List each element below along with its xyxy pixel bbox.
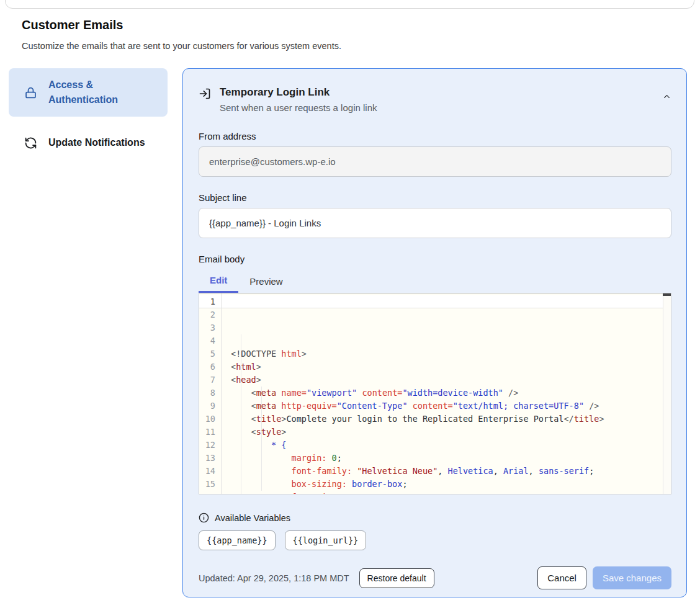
line-number: 4 <box>199 334 221 347</box>
line-number: 9 <box>199 400 221 413</box>
variable-chips: {{app_name}} {{login_url}} <box>199 530 671 550</box>
line-number: 7 <box>199 373 221 387</box>
sidebar-item-access-authentication[interactable]: Access & Authentication <box>9 68 168 117</box>
line-number: 11 <box>199 426 221 439</box>
save-changes-button[interactable]: Save changes <box>593 566 671 589</box>
line-number: 2 <box>199 308 221 321</box>
line-number: 13 <box>199 452 221 465</box>
email-types-sidebar: Access & Authentication Update Notificat… <box>9 68 168 158</box>
code-line: <meta name="viewport" content="width=dev… <box>231 387 663 400</box>
chevron-up-icon[interactable] <box>662 92 671 115</box>
code-line: font-size: 14px; <box>231 491 663 494</box>
line-number: 6 <box>199 360 221 373</box>
line-number: 15 <box>199 478 221 491</box>
editor-scrollbar-track[interactable] <box>663 293 671 494</box>
code-line: <!DOCTYPE html> <box>231 347 663 360</box>
variable-chip-login-url[interactable]: {{login_url}} <box>285 530 367 550</box>
email-body-tabs: Edit Preview <box>199 269 671 293</box>
code-line: <title>Complete your login to the Replic… <box>231 413 663 426</box>
line-number: 10 <box>199 413 221 426</box>
tab-preview[interactable]: Preview <box>238 269 294 293</box>
line-number: 8 <box>199 387 221 400</box>
panel-header: Temporary Login Link Sent when a user re… <box>199 84 671 115</box>
restore-default-button[interactable]: Restore default <box>359 568 434 588</box>
line-number: 12 <box>199 439 221 452</box>
panel-title: Temporary Login Link <box>220 84 377 100</box>
line-number: 1 <box>199 295 221 308</box>
updated-timestamp: Updated: Apr 29, 2025, 1:18 PM MDT <box>199 573 349 583</box>
code-line: font-family: "Helvetica Neue", Helvetica… <box>231 465 663 478</box>
lock-icon <box>24 86 37 99</box>
page-subtitle: Customize the emails that are sent to yo… <box>22 41 341 51</box>
editor-scrollbar-thumb[interactable] <box>663 293 671 296</box>
from-address-input[interactable] <box>199 146 671 177</box>
variable-chip-app-name[interactable]: {{app_name}} <box>199 530 276 550</box>
available-variables-label: Available Variables <box>215 513 290 523</box>
sidebar-item-label: Update Notifications <box>48 135 145 150</box>
tab-edit[interactable]: Edit <box>199 269 238 293</box>
email-body-code-editor[interactable]: 12345678910111213141516 <!DOCTYPE html><… <box>199 293 671 494</box>
temporary-login-link-panel: Temporary Login Link Sent when a user re… <box>182 68 687 597</box>
line-number-gutter: 12345678910111213141516 <box>199 293 222 494</box>
sidebar-item-update-notifications[interactable]: Update Notifications <box>9 128 168 158</box>
refresh-icon <box>24 136 37 150</box>
cancel-button[interactable]: Cancel <box>537 566 586 589</box>
email-body-label: Email body <box>199 254 671 264</box>
code-line: <meta http-equiv="Content-Type" content=… <box>231 400 663 413</box>
panel-footer: Updated: Apr 29, 2025, 1:18 PM MDT Resto… <box>199 566 671 589</box>
code-line: margin: 0; <box>231 452 663 465</box>
code-content[interactable]: <!DOCTYPE html><html><head> <meta name="… <box>222 293 663 494</box>
code-line: <html> <box>231 360 663 373</box>
from-address-label: From address <box>199 131 671 141</box>
panel-subtitle: Sent when a user requests a login link <box>220 100 377 115</box>
line-number: 16 <box>199 491 221 494</box>
page-title: Customer Emails <box>22 18 123 32</box>
sidebar-item-label: Access & Authentication <box>48 78 129 107</box>
subject-line-input[interactable] <box>199 208 671 238</box>
code-line: * { <box>231 439 663 452</box>
line-number: 5 <box>199 347 221 360</box>
code-line: box-sizing: border-box; <box>231 478 663 491</box>
code-line: <style> <box>231 426 663 439</box>
log-in-icon <box>199 87 211 115</box>
line-number: 14 <box>199 465 221 478</box>
line-number: 3 <box>199 321 221 334</box>
code-line: <head> <box>231 373 663 387</box>
info-icon <box>199 512 209 523</box>
previous-panel-edge <box>5 0 694 9</box>
subject-line-label: Subject line <box>199 192 671 203</box>
